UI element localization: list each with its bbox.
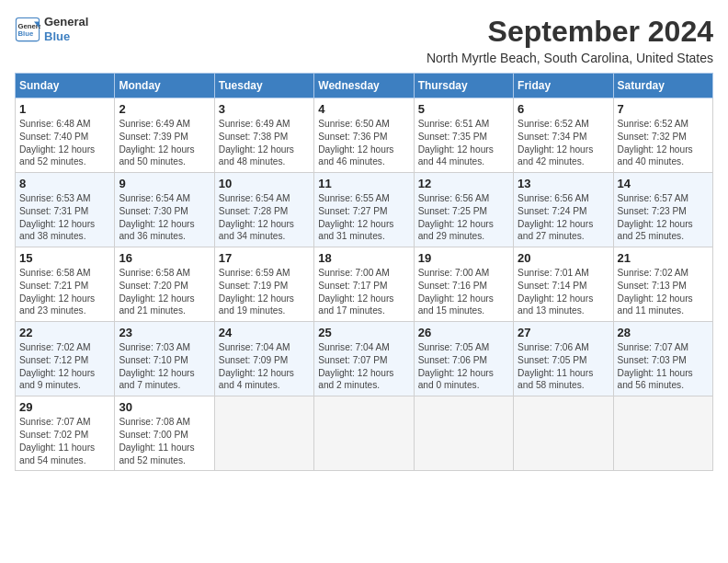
calendar-day-cell: 21Sunrise: 7:02 AM Sunset: 7:13 PM Dayli… bbox=[613, 247, 712, 322]
day-info: Sunrise: 6:48 AM Sunset: 7:40 PM Dayligh… bbox=[19, 118, 110, 168]
calendar-day-cell: 29Sunrise: 7:07 AM Sunset: 7:02 PM Dayli… bbox=[16, 396, 115, 471]
calendar-day-cell bbox=[314, 396, 414, 471]
day-info: Sunrise: 6:49 AM Sunset: 7:39 PM Dayligh… bbox=[119, 118, 210, 168]
calendar-day-cell bbox=[613, 396, 712, 471]
calendar-week-row: 8Sunrise: 6:53 AM Sunset: 7:31 PM Daylig… bbox=[16, 173, 713, 247]
day-info: Sunrise: 6:55 AM Sunset: 7:27 PM Dayligh… bbox=[318, 192, 409, 243]
day-number: 20 bbox=[518, 251, 609, 265]
weekday-header: Sunday bbox=[16, 74, 115, 98]
day-info: Sunrise: 7:01 AM Sunset: 7:14 PM Dayligh… bbox=[518, 267, 609, 317]
location-title: North Myrtle Beach, South Carolina, Unit… bbox=[427, 51, 713, 65]
day-info: Sunrise: 6:51 AM Sunset: 7:35 PM Dayligh… bbox=[418, 118, 509, 168]
day-info: Sunrise: 6:52 AM Sunset: 7:34 PM Dayligh… bbox=[518, 118, 609, 168]
weekday-header: Wednesday bbox=[314, 74, 414, 98]
logo-icon: General Blue bbox=[15, 17, 40, 42]
day-number: 27 bbox=[518, 326, 609, 339]
day-info: Sunrise: 6:57 AM Sunset: 7:23 PM Dayligh… bbox=[618, 192, 709, 243]
day-info: Sunrise: 6:56 AM Sunset: 7:25 PM Dayligh… bbox=[418, 192, 509, 243]
calendar-day-cell: 23Sunrise: 7:03 AM Sunset: 7:10 PM Dayli… bbox=[115, 322, 214, 396]
calendar-day-cell: 17Sunrise: 6:59 AM Sunset: 7:19 PM Dayli… bbox=[214, 247, 313, 322]
day-number: 8 bbox=[19, 177, 110, 190]
calendar-day-cell: 19Sunrise: 7:00 AM Sunset: 7:16 PM Dayli… bbox=[414, 247, 513, 322]
day-number: 14 bbox=[618, 177, 709, 190]
day-number: 17 bbox=[219, 251, 310, 265]
day-number: 16 bbox=[119, 251, 210, 265]
weekday-header: Saturday bbox=[613, 74, 712, 98]
calendar-day-cell: 27Sunrise: 7:06 AM Sunset: 7:05 PM Dayli… bbox=[514, 322, 613, 396]
calendar-day-cell: 20Sunrise: 7:01 AM Sunset: 7:14 PM Dayli… bbox=[514, 247, 613, 322]
day-info: Sunrise: 6:49 AM Sunset: 7:38 PM Dayligh… bbox=[219, 118, 310, 168]
calendar-day-cell bbox=[414, 396, 513, 471]
title-block: September 2024 North Myrtle Beach, South… bbox=[427, 15, 713, 65]
calendar-day-cell: 5Sunrise: 6:51 AM Sunset: 7:35 PM Daylig… bbox=[414, 98, 513, 173]
day-info: Sunrise: 6:53 AM Sunset: 7:31 PM Dayligh… bbox=[19, 192, 110, 243]
calendar-day-cell: 8Sunrise: 6:53 AM Sunset: 7:31 PM Daylig… bbox=[16, 173, 115, 247]
day-number: 7 bbox=[618, 102, 709, 116]
day-number: 29 bbox=[19, 400, 110, 414]
calendar-week-row: 22Sunrise: 7:02 AM Sunset: 7:12 PM Dayli… bbox=[16, 322, 713, 396]
calendar-day-cell: 7Sunrise: 6:52 AM Sunset: 7:32 PM Daylig… bbox=[613, 98, 712, 173]
day-info: Sunrise: 7:07 AM Sunset: 7:03 PM Dayligh… bbox=[618, 341, 709, 392]
day-info: Sunrise: 6:52 AM Sunset: 7:32 PM Dayligh… bbox=[618, 118, 709, 168]
calendar-day-cell bbox=[214, 396, 313, 471]
calendar-day-cell: 25Sunrise: 7:04 AM Sunset: 7:07 PM Dayli… bbox=[314, 322, 414, 396]
day-number: 2 bbox=[119, 102, 210, 116]
calendar-day-cell: 15Sunrise: 6:58 AM Sunset: 7:21 PM Dayli… bbox=[16, 247, 115, 322]
day-info: Sunrise: 6:58 AM Sunset: 7:20 PM Dayligh… bbox=[119, 267, 210, 317]
header: General Blue General Blue September 2024… bbox=[15, 15, 713, 65]
calendar-table: SundayMondayTuesdayWednesdayThursdayFrid… bbox=[15, 73, 713, 471]
day-number: 1 bbox=[19, 102, 110, 116]
calendar-day-cell: 3Sunrise: 6:49 AM Sunset: 7:38 PM Daylig… bbox=[214, 98, 313, 173]
day-number: 24 bbox=[219, 326, 310, 339]
day-number: 5 bbox=[418, 102, 509, 116]
day-number: 10 bbox=[219, 177, 310, 190]
calendar-day-cell: 13Sunrise: 6:56 AM Sunset: 7:24 PM Dayli… bbox=[514, 173, 613, 247]
day-info: Sunrise: 7:04 AM Sunset: 7:07 PM Dayligh… bbox=[318, 341, 409, 392]
day-number: 28 bbox=[618, 326, 709, 339]
calendar-day-cell: 11Sunrise: 6:55 AM Sunset: 7:27 PM Dayli… bbox=[314, 173, 414, 247]
calendar-day-cell bbox=[514, 396, 613, 471]
logo: General Blue General Blue bbox=[15, 15, 88, 43]
day-info: Sunrise: 7:00 AM Sunset: 7:17 PM Dayligh… bbox=[318, 267, 409, 317]
day-number: 21 bbox=[618, 251, 709, 265]
day-number: 13 bbox=[518, 177, 609, 190]
calendar-day-cell: 10Sunrise: 6:54 AM Sunset: 7:28 PM Dayli… bbox=[214, 173, 313, 247]
day-info: Sunrise: 6:59 AM Sunset: 7:19 PM Dayligh… bbox=[219, 267, 310, 317]
day-number: 19 bbox=[418, 251, 509, 265]
day-info: Sunrise: 6:56 AM Sunset: 7:24 PM Dayligh… bbox=[518, 192, 609, 243]
calendar-day-cell: 24Sunrise: 7:04 AM Sunset: 7:09 PM Dayli… bbox=[214, 322, 313, 396]
day-number: 6 bbox=[518, 102, 609, 116]
calendar-day-cell: 4Sunrise: 6:50 AM Sunset: 7:36 PM Daylig… bbox=[314, 98, 414, 173]
calendar-day-cell: 30Sunrise: 7:08 AM Sunset: 7:00 PM Dayli… bbox=[115, 396, 214, 471]
calendar-day-cell: 28Sunrise: 7:07 AM Sunset: 7:03 PM Dayli… bbox=[613, 322, 712, 396]
calendar-header-row: SundayMondayTuesdayWednesdayThursdayFrid… bbox=[16, 74, 713, 98]
day-number: 9 bbox=[119, 177, 210, 190]
day-number: 25 bbox=[318, 326, 409, 339]
day-number: 22 bbox=[19, 326, 110, 339]
day-info: Sunrise: 7:06 AM Sunset: 7:05 PM Dayligh… bbox=[518, 341, 609, 392]
weekday-header: Tuesday bbox=[214, 74, 313, 98]
calendar-day-cell: 1Sunrise: 6:48 AM Sunset: 7:40 PM Daylig… bbox=[16, 98, 115, 173]
day-number: 12 bbox=[418, 177, 509, 190]
calendar-day-cell: 14Sunrise: 6:57 AM Sunset: 7:23 PM Dayli… bbox=[613, 173, 712, 247]
calendar-week-row: 29Sunrise: 7:07 AM Sunset: 7:02 PM Dayli… bbox=[16, 396, 713, 471]
calendar-day-cell: 16Sunrise: 6:58 AM Sunset: 7:20 PM Dayli… bbox=[115, 247, 214, 322]
day-number: 11 bbox=[318, 177, 409, 190]
svg-text:Blue: Blue bbox=[18, 29, 34, 38]
day-info: Sunrise: 7:02 AM Sunset: 7:12 PM Dayligh… bbox=[19, 341, 110, 392]
day-number: 26 bbox=[418, 326, 509, 339]
calendar-day-cell: 6Sunrise: 6:52 AM Sunset: 7:34 PM Daylig… bbox=[514, 98, 613, 173]
calendar-day-cell: 18Sunrise: 7:00 AM Sunset: 7:17 PM Dayli… bbox=[314, 247, 414, 322]
calendar-day-cell: 12Sunrise: 6:56 AM Sunset: 7:25 PM Dayli… bbox=[414, 173, 513, 247]
day-info: Sunrise: 6:50 AM Sunset: 7:36 PM Dayligh… bbox=[318, 118, 409, 168]
day-number: 30 bbox=[119, 400, 210, 414]
day-info: Sunrise: 7:02 AM Sunset: 7:13 PM Dayligh… bbox=[618, 267, 709, 317]
day-info: Sunrise: 7:03 AM Sunset: 7:10 PM Dayligh… bbox=[119, 341, 210, 392]
day-info: Sunrise: 7:04 AM Sunset: 7:09 PM Dayligh… bbox=[219, 341, 310, 392]
weekday-header: Monday bbox=[115, 74, 214, 98]
calendar-week-row: 1Sunrise: 6:48 AM Sunset: 7:40 PM Daylig… bbox=[16, 98, 713, 173]
day-info: Sunrise: 7:08 AM Sunset: 7:00 PM Dayligh… bbox=[119, 416, 210, 466]
day-info: Sunrise: 6:54 AM Sunset: 7:28 PM Dayligh… bbox=[219, 192, 310, 243]
day-info: Sunrise: 7:05 AM Sunset: 7:06 PM Dayligh… bbox=[418, 341, 509, 392]
day-number: 3 bbox=[219, 102, 310, 116]
